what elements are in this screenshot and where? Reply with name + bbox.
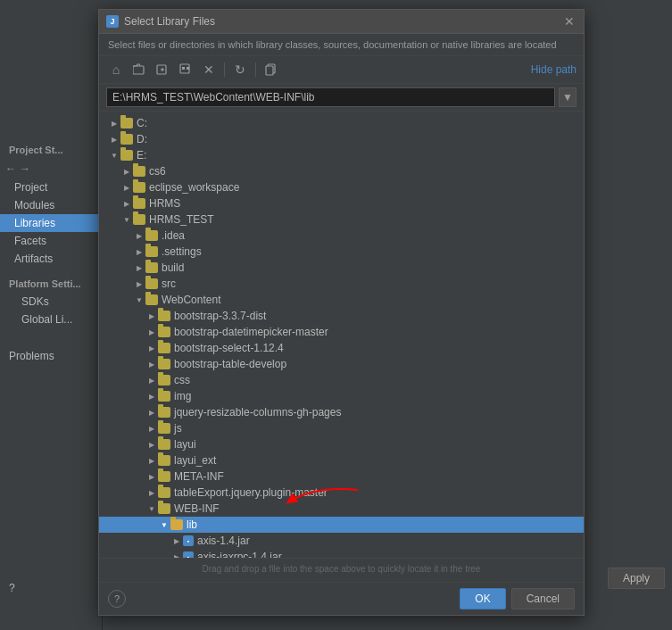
tree-item-jquery[interactable]: ▶ jquery-resizable-columns-gh-pages [99, 404, 584, 420]
tree-item-lib[interactable]: ▼ lib [99, 517, 584, 533]
folder-icon-img [158, 391, 170, 402]
tree-item-cs6[interactable]: ▶ cs6 [99, 163, 584, 179]
delete-button[interactable]: ✕ [199, 60, 219, 79]
apply-button[interactable]: Apply [608, 568, 665, 589]
back-icon[interactable]: ← [5, 162, 16, 175]
tree-item-hrms[interactable]: ▶ HRMS [99, 195, 584, 211]
tree-item-bootstrapdtp[interactable]: ▶ bootstrap-datetimepicker-master [99, 324, 584, 340]
label-build: build [162, 261, 184, 274]
nav-sdks[interactable]: SDKs [0, 293, 102, 311]
tree-item-webinf[interactable]: ▼ WEB-INF [99, 501, 584, 517]
folder-icon-eclipse [133, 182, 145, 193]
folder-icon-cs6 [133, 166, 145, 177]
help-button[interactable]: ? [108, 590, 126, 608]
tree-item-axisjaxrpc[interactable]: ▶ ▪ axis-jaxrpc-1.4.jar [99, 549, 584, 558]
path-input[interactable] [106, 87, 555, 107]
add-classes-button[interactable] [153, 60, 172, 79]
label-axisjaxrpc: axis-jaxrpc-1.4.jar [197, 551, 282, 558]
arrow-src: ▶ [133, 278, 145, 290]
label-bootstrapsel: bootstrap-select-1.12.4 [174, 342, 284, 354]
folder-icon-e [120, 150, 133, 161]
arrow-bootstrapsel: ▶ [145, 342, 158, 354]
tree-item-css[interactable]: ▶ css [99, 372, 584, 388]
jar-icon-axis14: ▪ [183, 535, 194, 546]
arrow-css: ▶ [145, 374, 158, 386]
tree-item-webcontent[interactable]: ▼ WebContent [99, 292, 584, 308]
arrow-bootstrapdtp: ▶ [145, 326, 158, 338]
folder-icon-webcontent [145, 294, 158, 305]
nav-global-lib[interactable]: Global Li... [0, 311, 102, 328]
arrow-hrms: ▶ [120, 197, 133, 210]
arrow-webinf: ▼ [145, 502, 158, 515]
hide-path-link[interactable]: Hide path [531, 63, 577, 76]
tree-item-c[interactable]: ▶ C: [99, 115, 584, 131]
jar-icon-axisjaxrpc: ▪ [183, 551, 194, 558]
new-folder-button[interactable] [129, 60, 149, 79]
drag-hint: Drag and drop a file into the space abov… [99, 558, 584, 579]
tree-item-hrms-test[interactable]: ▼ HRMS_TEST [99, 211, 584, 228]
path-row: ▼ [99, 84, 584, 112]
tree-item-bootstrap337[interactable]: ▶ bootstrap-3.3.7-dist [99, 308, 584, 324]
folder-icon-tableexport [158, 487, 170, 498]
folder-icon-css [158, 375, 170, 385]
tree-item-axis14[interactable]: ▶ ▪ axis-1.4.jar [99, 533, 584, 549]
folder-icon-bootstrap337 [158, 311, 170, 321]
tree-item-metainf[interactable]: ▶ META-INF [99, 468, 584, 485]
arrow-lib: ▼ [158, 518, 170, 531]
dialog-title-area: J Select Library Files [106, 15, 215, 28]
nav-project[interactable]: Project [0, 178, 102, 196]
project-structure-title: Project St... [0, 141, 102, 159]
arrow-bootstrap337: ▶ [145, 310, 158, 322]
arrow-settings: ▶ [133, 245, 145, 258]
bottom-left-help[interactable]: ? [9, 582, 15, 594]
close-button[interactable]: ✕ [562, 14, 577, 29]
arrow-js: ▶ [145, 422, 158, 435]
forward-icon[interactable]: → [20, 162, 30, 175]
tree-item-eclipse[interactable]: ▶ eclipse_workspace [99, 179, 584, 195]
tree-item-idea[interactable]: ▶ .idea [99, 228, 584, 244]
svg-rect-8 [266, 66, 273, 75]
cancel-button[interactable]: Cancel [511, 588, 575, 609]
arrow-axis14: ▶ [170, 535, 183, 547]
path-dropdown[interactable]: ▼ [559, 87, 577, 107]
nav-libraries[interactable]: Libraries [0, 214, 102, 232]
tree-item-src[interactable]: ▶ src [99, 276, 584, 292]
folder-icon-src [145, 278, 158, 289]
tree-item-js[interactable]: ▶ js [99, 420, 584, 436]
tree-item-img[interactable]: ▶ img [99, 388, 584, 404]
home-button[interactable]: ⌂ [106, 60, 126, 79]
tree-item-d[interactable]: ▶ D: [99, 131, 584, 147]
arrow-layui: ▶ [145, 438, 158, 451]
folder-icon-c [120, 118, 133, 128]
tree-item-tableexport[interactable]: ▶ tableExport.jquery.plugin-master [99, 485, 584, 501]
problems-label: Problems [0, 346, 102, 366]
arrow-d: ▶ [108, 133, 120, 145]
add-button2[interactable] [176, 60, 195, 79]
tree-item-e[interactable]: ▼ E: [99, 147, 584, 163]
arrow-webcontent: ▼ [133, 294, 145, 306]
tree-item-build[interactable]: ▶ build [99, 260, 584, 276]
label-e: E: [137, 149, 146, 162]
tree-item-bootstraptable[interactable]: ▶ bootstrap-table-develop [99, 356, 584, 372]
folder-icon-settings [145, 246, 158, 257]
label-webcontent: WebContent [162, 294, 221, 306]
label-tableexport: tableExport.jquery.plugin-master [174, 486, 328, 499]
copy-path-button[interactable] [261, 60, 281, 79]
tree-item-settings[interactable]: ▶ .settings [99, 244, 584, 260]
nav-facets[interactable]: Facets [0, 232, 102, 250]
tree-item-layui-ext[interactable]: ▶ layui_ext [99, 452, 584, 468]
file-tree[interactable]: ▶ C: ▶ D: ▼ E: ▶ cs6 ▶ eclipse_workspace [99, 112, 584, 558]
label-css: css [174, 374, 190, 386]
tree-item-layui[interactable]: ▶ layui [99, 436, 584, 452]
arrow-metainf: ▶ [145, 470, 158, 483]
nav-modules[interactable]: Modules [0, 196, 102, 214]
ok-button[interactable]: OK [460, 588, 505, 609]
label-d: D: [137, 133, 147, 145]
folder-icon-d [120, 134, 133, 145]
label-bootstraptable: bootstrap-table-develop [174, 358, 286, 370]
refresh-button[interactable]: ↻ [230, 60, 250, 79]
dialog-app-icon: J [106, 15, 119, 28]
tree-item-bootstrapsel[interactable]: ▶ bootstrap-select-1.12.4 [99, 340, 584, 356]
label-layui: layui [174, 438, 196, 451]
nav-artifacts[interactable]: Artifacts [0, 250, 102, 268]
